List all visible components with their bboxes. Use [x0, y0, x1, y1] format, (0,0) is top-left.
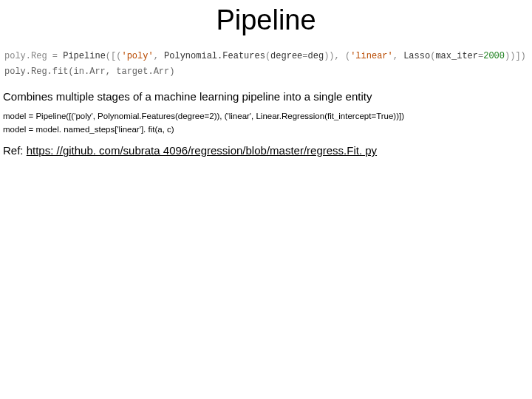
code-token: degree — [270, 51, 302, 61]
code-token: Polynomial.Features — [164, 51, 265, 61]
code-token: 'linear' — [350, 51, 393, 61]
example-line-1: model = Pipeline([('poly', Polynomial.Fe… — [3, 112, 529, 120]
code-token: max_iter — [435, 51, 478, 61]
code-token: deg — [308, 51, 324, 61]
reference-link[interactable]: https: //github. com/subrata 4096/regres… — [27, 144, 377, 157]
code-line-1: poly.Reg = Pipeline([('poly', Polynomial… — [4, 50, 528, 64]
description-text: Combines multiple stages of a machine le… — [3, 90, 529, 103]
example-line-2: model = model. named_steps['linear']. fi… — [3, 125, 529, 134]
code-token: , — [393, 51, 403, 61]
code-token: ([( — [106, 51, 122, 61]
ref-prefix: Ref: — [3, 144, 27, 157]
code-token: = — [302, 51, 307, 61]
page-title: Pipeline — [0, 4, 532, 36]
reference-line: Ref: https: //github. com/subrata 4096/r… — [3, 144, 529, 157]
code-token: poly.Reg — [4, 51, 52, 61]
code-token: )), ( — [324, 51, 350, 61]
code-token: 'poly' — [121, 51, 153, 61]
code-token: , — [154, 51, 164, 61]
code-token: Pipeline — [63, 51, 106, 61]
code-line-2: poly.Reg.fit(in.Arr, target.Arr) — [4, 66, 528, 77]
code-token: ))]) — [505, 51, 526, 61]
code-token: = — [52, 51, 63, 61]
code-token: ( — [265, 51, 270, 61]
code-token: 2000 — [483, 51, 505, 61]
slide: Pipeline poly.Reg = Pipeline([('poly', P… — [0, 4, 532, 399]
code-token: Lasso — [403, 51, 430, 61]
